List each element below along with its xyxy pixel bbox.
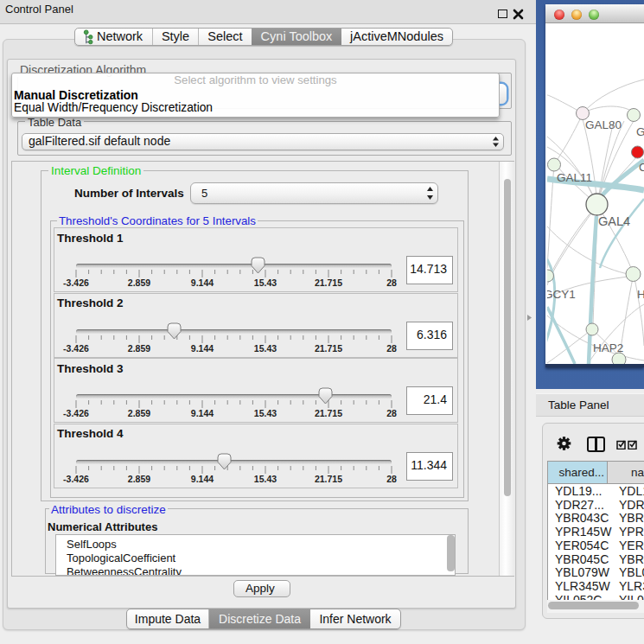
svg-text:GA: GA [636,125,644,138]
svg-text:GCY1: GCY1 [547,288,576,301]
svg-text:HAP2: HAP2 [593,341,623,354]
svg-text:GAL11: GAL11 [557,171,592,184]
svg-text:C: C [639,161,644,174]
svg-text:H: H [637,288,644,301]
svg-text:GAL80: GAL80 [585,118,622,131]
svg-text:GAL4: GAL4 [598,214,630,228]
